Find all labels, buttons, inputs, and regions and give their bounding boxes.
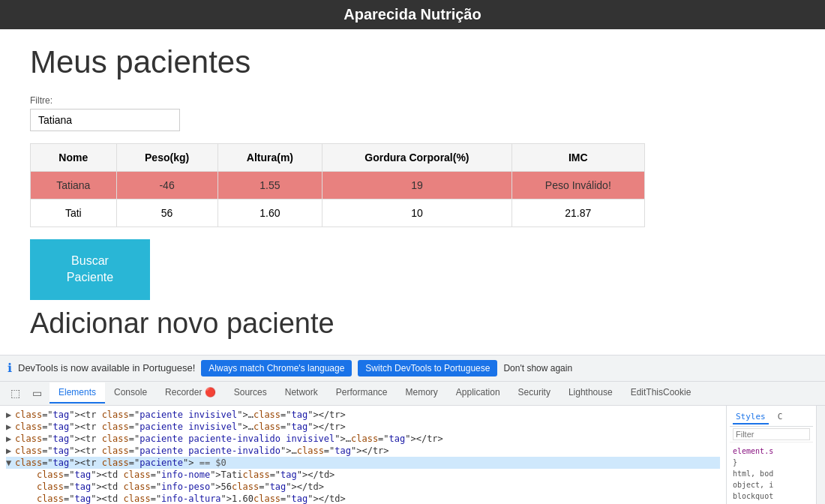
app-header: Aparecida Nutrição	[0, 0, 825, 29]
tab-recorder[interactable]: Recorder 🔴	[156, 382, 225, 404]
always-match-chrome-button[interactable]: Always match Chrome's language	[201, 360, 352, 376]
cell-imc: 21.87	[512, 200, 644, 227]
tab-performance[interactable]: Performance	[327, 382, 397, 404]
css-line-1: html, bod	[733, 468, 810, 479]
col-gordura: Gordura Corporal(%)	[322, 144, 512, 172]
scrollbar[interactable]	[816, 406, 825, 504]
element-selector: element.s	[733, 446, 810, 457]
tab-application[interactable]: Application	[447, 382, 509, 404]
tab-elements[interactable]: Elements	[50, 382, 105, 404]
devtools-device-icon[interactable]: ▭	[28, 384, 46, 402]
code-line[interactable]: ▼class="tag"><tr class="paciente"> == $0	[6, 457, 720, 469]
col-peso: Peso(kg)	[116, 144, 218, 172]
adicionar-title: Adicionar novo paciente	[30, 308, 795, 340]
css-brace-close: }	[733, 457, 810, 468]
devtools-content: ▶class="tag"><tr class="paciente invisiv…	[0, 406, 825, 504]
app-title: Aparecida Nutrição	[344, 6, 481, 22]
devtools-notification-bar: ℹ DevTools is now available in Portugues…	[0, 355, 825, 381]
code-line[interactable]: class="tag"><td class="info-nome">Taticl…	[6, 469, 720, 481]
code-toggle[interactable]: ▶	[6, 410, 15, 420]
cell-peso: -46	[116, 172, 218, 200]
code-toggle[interactable]: ▶	[6, 434, 15, 444]
code-toggle[interactable]: ▶	[6, 422, 15, 432]
code-toggle[interactable]: ▼	[6, 458, 15, 468]
tab-lighthouse[interactable]: Lighthouse	[560, 382, 622, 404]
cell-imc: Peso Inválido!	[512, 172, 644, 200]
col-nome: Nome	[31, 144, 117, 172]
info-icon: ℹ	[8, 361, 12, 375]
table-row: Tati561.601021.87	[31, 200, 645, 227]
patient-table: Nome Peso(kg) Altura(m) Gordura Corporal…	[30, 143, 645, 227]
css-line-2: object, i	[733, 479, 810, 490]
notification-text: DevTools is now available in Portuguese!	[18, 362, 195, 374]
tab-security[interactable]: Security	[509, 382, 560, 404]
filter-input[interactable]	[30, 109, 180, 131]
styles-filter-input[interactable]	[733, 428, 810, 440]
computed-tab[interactable]: C	[775, 410, 786, 424]
page-title: Meus pacientes	[30, 44, 795, 80]
styles-content: element.s } html, bod object, i blockquo…	[730, 442, 813, 504]
devtools-inspect-icon[interactable]: ⬚	[6, 384, 25, 402]
devtools-elements-panel[interactable]: ▶class="tag"><tr class="paciente invisiv…	[0, 406, 726, 504]
cell-altura: 1.55	[218, 172, 322, 200]
code-toggle[interactable]: ▶	[6, 446, 15, 456]
styles-filter-bar	[730, 427, 813, 442]
code-line[interactable]: class="tag"><td class="info-peso">56clas…	[6, 481, 720, 493]
tab-network[interactable]: Network	[276, 382, 327, 404]
devtools-tabs: ⬚ ▭ Elements Console Recorder 🔴 Sources …	[0, 382, 825, 406]
code-line[interactable]: ▶class="tag"><tr class="paciente invisiv…	[6, 421, 720, 433]
css-line-3: blockquot	[733, 490, 810, 502]
switch-portuguese-button[interactable]: Switch DevTools to Portuguese	[358, 360, 497, 376]
cell-nome: Tati	[31, 200, 117, 227]
code-line[interactable]: ▶class="tag"><tr class="paciente invisiv…	[6, 409, 720, 421]
cell-gordura: 19	[322, 172, 512, 200]
cell-altura: 1.60	[218, 200, 322, 227]
tab-console[interactable]: Console	[105, 382, 156, 404]
tab-memory[interactable]: Memory	[397, 382, 447, 404]
styles-header: Styles C	[730, 409, 813, 427]
devtools-panel: ⬚ ▭ Elements Console Recorder 🔴 Sources …	[0, 381, 825, 504]
buscar-paciente-button[interactable]: BuscarPaciente	[30, 239, 150, 300]
styles-tab[interactable]: Styles	[733, 410, 769, 424]
table-row: Tatiana-461.5519Peso Inválido!	[31, 172, 645, 200]
cell-nome: Tatiana	[31, 172, 117, 200]
filter-label: Filtre:	[30, 95, 795, 106]
code-line[interactable]: class="tag"><td class="info-altura">1.60…	[6, 493, 720, 504]
col-imc: IMC	[512, 144, 644, 172]
code-line[interactable]: ▶class="tag"><tr class="paciente pacient…	[6, 433, 720, 445]
cell-gordura: 10	[322, 200, 512, 227]
cell-peso: 56	[116, 200, 218, 227]
main-content: Meus pacientes Filtre: Nome Peso(kg) Alt…	[0, 29, 825, 355]
devtools-sidebar: Styles C element.s } html, bod object, i…	[726, 406, 816, 504]
dont-show-again-button[interactable]: Don't show again	[503, 363, 572, 374]
tab-sources[interactable]: Sources	[225, 382, 276, 404]
code-line[interactable]: ▶class="tag"><tr class="paciente pacient…	[6, 445, 720, 457]
col-altura: Altura(m)	[218, 144, 322, 172]
tab-editthiscookie[interactable]: EditThisCookie	[622, 382, 700, 404]
